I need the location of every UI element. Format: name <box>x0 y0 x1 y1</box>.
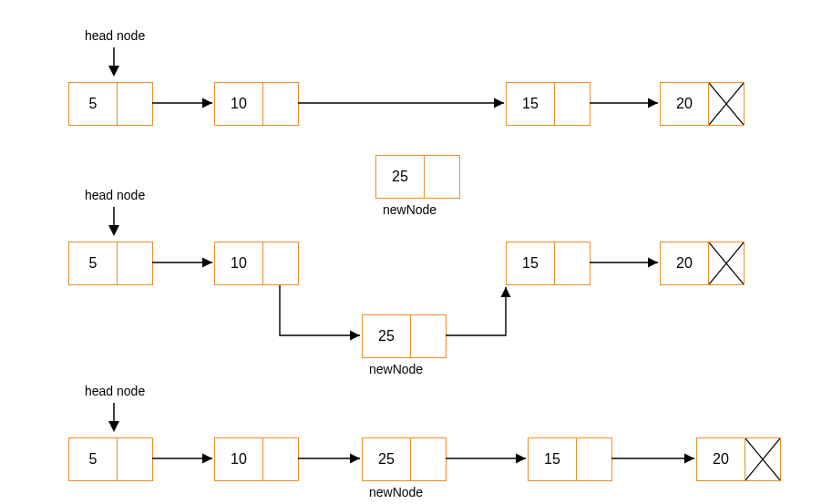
node-null-ptr-icon <box>709 83 744 125</box>
stage1-node-2: 15 <box>506 82 591 126</box>
node-next-ptr <box>577 438 611 480</box>
node-next-ptr <box>263 242 298 284</box>
stage3-node-4: 20 <box>696 437 781 481</box>
node-next-ptr <box>411 438 446 480</box>
stage3-head-label: head node <box>85 384 145 398</box>
node-next-ptr <box>263 83 298 125</box>
stage3-node-1: 10 <box>214 437 299 481</box>
node-next-ptr <box>425 156 459 198</box>
node-value: 20 <box>697 438 745 480</box>
stage2-node-1: 10 <box>214 242 299 285</box>
linked-list-insertion-diagram: head node 5 10 15 20 25 newNode head nod… <box>0 0 832 504</box>
stage3-node-0: 5 <box>68 437 153 481</box>
node-value: 20 <box>661 242 709 284</box>
stage2-new-node: 25 <box>362 314 447 358</box>
node-next-ptr <box>263 438 298 480</box>
stage3-node-2: 25 <box>362 437 447 481</box>
stage3-head-arrow-icon <box>105 401 123 434</box>
node-next-ptr <box>118 83 152 125</box>
stage3-node-3: 15 <box>528 437 612 481</box>
node-value: 10 <box>215 438 263 480</box>
stage2-node-0: 5 <box>68 242 153 285</box>
node-value: 5 <box>69 242 118 284</box>
stage2-node-3: 20 <box>660 242 745 285</box>
stage2-new-node-label: newNode <box>369 362 423 376</box>
stage1-head-label: head node <box>85 28 145 43</box>
node-value: 5 <box>69 438 118 480</box>
node-null-ptr-icon <box>745 438 780 480</box>
node-next-ptr <box>118 242 152 284</box>
stage1-node-0: 5 <box>68 82 153 126</box>
stage2-head-label: head node <box>85 188 145 202</box>
node-value: 15 <box>529 438 577 480</box>
node-value: 15 <box>507 83 555 125</box>
node-next-ptr <box>411 315 446 357</box>
node-value: 10 <box>215 242 263 284</box>
node-next-ptr <box>555 83 590 125</box>
stage1-head-arrow-icon <box>105 46 123 78</box>
node-value: 15 <box>507 242 555 284</box>
node-value: 25 <box>363 315 411 357</box>
stage2-node-2: 15 <box>506 242 591 285</box>
node-null-ptr-icon <box>709 242 744 284</box>
node-value: 10 <box>215 83 263 125</box>
node-next-ptr <box>555 242 590 284</box>
stage2-head-arrow-icon <box>105 205 123 238</box>
node-value: 5 <box>69 83 118 125</box>
stage1-new-node: 25 <box>375 155 460 199</box>
stage1-node-1: 10 <box>214 82 299 126</box>
node-next-ptr <box>118 438 152 480</box>
stage1-new-node-label: newNode <box>383 202 437 217</box>
stage1-node-3: 20 <box>660 82 745 126</box>
node-value: 20 <box>661 83 709 125</box>
stage3-new-node-label: newNode <box>369 485 423 499</box>
node-value: 25 <box>363 438 411 480</box>
node-value: 25 <box>376 156 425 198</box>
